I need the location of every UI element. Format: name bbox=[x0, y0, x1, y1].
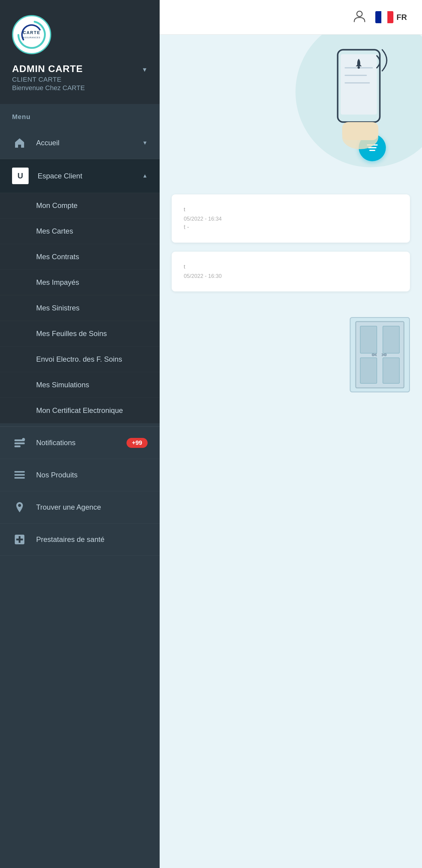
svg-text:ASSURANCES: ASSURANCES bbox=[23, 36, 40, 38]
svg-rect-27 bbox=[360, 358, 377, 383]
location-icon bbox=[12, 500, 27, 515]
submenu-mes-impayes[interactable]: Mes Impayés bbox=[0, 270, 160, 296]
flag-blue bbox=[375, 11, 381, 23]
phone-illustration bbox=[307, 44, 404, 159]
submenu-envoi-electro[interactable]: Envoi Electro. des F. Soins bbox=[0, 347, 160, 372]
submenu-mes-contrats[interactable]: Mes Contrats bbox=[0, 244, 160, 270]
nos-produits-icon bbox=[12, 467, 27, 483]
svg-rect-5 bbox=[14, 442, 25, 444]
svg-rect-25 bbox=[360, 326, 377, 353]
svg-rect-10 bbox=[14, 477, 25, 478]
notifications-badge: +99 bbox=[127, 438, 148, 448]
card-1-suffix: t - bbox=[184, 224, 398, 230]
user-name: ADMIN CARTE bbox=[12, 63, 85, 74]
card-2-date: 05/2022 - 16:30 bbox=[184, 273, 398, 279]
card-1: t 05/2022 - 16:34 t - bbox=[172, 194, 410, 243]
topbar: FR bbox=[160, 0, 422, 35]
svg-rect-26 bbox=[383, 326, 399, 353]
svg-point-11 bbox=[18, 504, 21, 507]
menu-label: Menu bbox=[0, 104, 160, 127]
sidebar: CARTE ASSURANCES ADMIN CARTE CLIENT CART… bbox=[0, 0, 160, 868]
submenu-mon-certificat[interactable]: Mon Certificat Electronique bbox=[0, 398, 160, 424]
espace-client-arrow: ▲ bbox=[142, 173, 148, 179]
svg-rect-28 bbox=[383, 358, 399, 383]
nav-item-trouver-agence[interactable]: Trouver une Agence bbox=[0, 491, 160, 524]
prestataires-sante-label: Prestataires de santé bbox=[36, 535, 148, 544]
submenu-mes-feuilles-soins[interactable]: Mes Feuilles de Soins bbox=[0, 321, 160, 347]
svg-rect-8 bbox=[14, 471, 25, 472]
card-1-date: 05/2022 - 16:34 bbox=[184, 216, 398, 222]
door-illustration bbox=[350, 317, 410, 393]
language-selector[interactable]: FR bbox=[375, 11, 407, 23]
user-info: ADMIN CARTE CLIENT CARTE Bienvenue Chez … bbox=[12, 63, 148, 92]
submenu-mes-sinistres[interactable]: Mes Sinistres bbox=[0, 296, 160, 321]
card-1-title-prefix: t bbox=[184, 207, 185, 213]
flag-white bbox=[381, 11, 387, 23]
nos-produits-label: Nos Produits bbox=[36, 471, 148, 479]
french-flag bbox=[375, 11, 393, 23]
card-2: t 05/2022 - 16:30 bbox=[172, 252, 410, 291]
user-role: CLIENT CARTE bbox=[12, 76, 85, 84]
medical-icon bbox=[12, 532, 27, 547]
door-section bbox=[160, 310, 422, 400]
submenu-mes-cartes[interactable]: Mes Cartes bbox=[0, 218, 160, 244]
submenu-mon-compte[interactable]: Mon Compte bbox=[0, 193, 160, 218]
nav-item-nos-produits[interactable]: Nos Produits bbox=[0, 459, 160, 491]
card-1-meta: t bbox=[184, 207, 398, 213]
language-label: FR bbox=[396, 13, 407, 22]
nav-item-accueil[interactable]: Accueil ▼ bbox=[0, 127, 160, 159]
sidebar-header: CARTE ASSURANCES ADMIN CARTE CLIENT CART… bbox=[0, 0, 160, 104]
notifications-icon bbox=[12, 435, 27, 450]
card-2-title-prefix: t bbox=[184, 264, 185, 270]
svg-rect-23 bbox=[342, 122, 378, 140]
svg-rect-9 bbox=[14, 474, 25, 475]
user-welcome: Bienvenue Chez CARTE bbox=[12, 84, 85, 92]
submenu-mes-simulations[interactable]: Mes Simulations bbox=[0, 372, 160, 398]
nav-item-prestataires-sante[interactable]: Prestataires de santé bbox=[0, 524, 160, 556]
user-icon[interactable] bbox=[353, 9, 366, 25]
svg-rect-6 bbox=[14, 445, 21, 447]
user-dropdown-arrow[interactable]: ▼ bbox=[141, 66, 148, 73]
svg-point-7 bbox=[22, 438, 25, 441]
espace-client-icon: U bbox=[12, 167, 29, 184]
hero-section bbox=[160, 35, 422, 185]
svg-point-21 bbox=[358, 66, 360, 69]
nav-item-espace-client[interactable]: U Espace Client ▲ bbox=[0, 159, 160, 193]
trouver-agence-label: Trouver une Agence bbox=[36, 503, 148, 512]
svg-rect-14 bbox=[16, 538, 23, 540]
notifications-label: Notifications bbox=[36, 438, 127, 447]
cards-section: t 05/2022 - 16:34 t - t 05/2022 - 16:30 bbox=[160, 185, 422, 310]
svg-text:CARTE: CARTE bbox=[23, 30, 40, 35]
accueil-arrow: ▼ bbox=[142, 140, 148, 146]
svg-point-15 bbox=[357, 11, 362, 17]
card-2-meta: t bbox=[184, 264, 398, 270]
user-details: ADMIN CARTE CLIENT CARTE Bienvenue Chez … bbox=[12, 63, 85, 92]
home-icon bbox=[12, 135, 27, 150]
main-content: FR bbox=[160, 0, 422, 868]
nav-item-notifications[interactable]: Notifications +99 bbox=[0, 427, 160, 459]
logo-container: CARTE ASSURANCES bbox=[12, 15, 51, 54]
accueil-label: Accueil bbox=[36, 138, 142, 147]
flag-red bbox=[387, 11, 393, 23]
espace-client-label: Espace Client bbox=[38, 172, 142, 180]
carte-assurances-logo: CARTE ASSURANCES bbox=[17, 20, 47, 50]
